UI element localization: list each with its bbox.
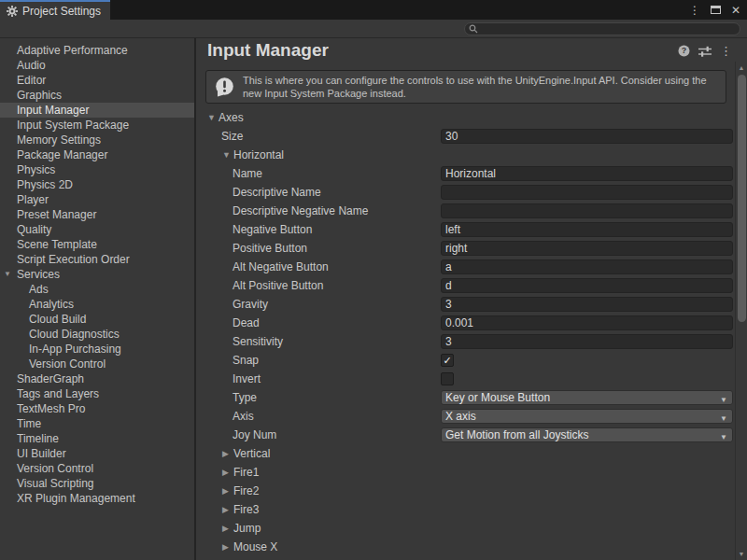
row-snap: Snap✓ xyxy=(198,351,735,370)
row-positive-button: Positive Buttonright xyxy=(198,239,735,258)
row-jump[interactable]: ▶Jump xyxy=(198,519,735,538)
window-menu-icon[interactable]: ⋮ xyxy=(689,5,700,16)
sidebar-item-label: Services xyxy=(17,268,60,281)
sidebar-item-adaptive-performance[interactable]: Adaptive Performance xyxy=(0,43,194,58)
row-axes[interactable]: ▼Axes xyxy=(198,108,735,127)
dropdown-axis[interactable]: X axis▼ xyxy=(441,409,733,424)
row-gravity: Gravity3 xyxy=(198,295,735,314)
sidebar-item-version-control[interactable]: Version Control xyxy=(0,357,194,371)
foldout-closed-icon[interactable]: ▶ xyxy=(222,449,229,458)
scrollbar-thumb[interactable] xyxy=(738,75,746,322)
foldout-closed-icon[interactable]: ▶ xyxy=(222,542,229,552)
text-field-name[interactable]: Horizontal xyxy=(441,166,733,181)
sidebar-item-memory-settings[interactable]: Memory Settings xyxy=(0,133,194,147)
text-field-dead[interactable]: 0.001 xyxy=(441,315,733,330)
sidebar-item-ads[interactable]: Ads xyxy=(0,282,194,297)
sidebar-item-label: Version Control xyxy=(29,357,106,371)
foldout-open-icon[interactable]: ▼ xyxy=(222,150,231,160)
sidebar-item-services[interactable]: ▼Services xyxy=(0,267,194,282)
dropdown-joy-num[interactable]: Get Motion from all Joysticks▼ xyxy=(441,427,733,442)
sidebar-item-input-system-package[interactable]: Input System Package xyxy=(0,118,194,133)
close-icon[interactable]: ✕ xyxy=(731,5,740,16)
text-field-size[interactable]: 30 xyxy=(441,129,733,144)
row-vertical[interactable]: ▶Vertical xyxy=(198,444,735,463)
sidebar-item-textmesh-pro[interactable]: TextMesh Pro xyxy=(0,401,194,416)
help-icon[interactable]: ? xyxy=(678,45,690,57)
row-mouse-x[interactable]: ▶Mouse X xyxy=(198,538,735,556)
sidebar-item-ui-builder[interactable]: UI Builder xyxy=(0,446,194,461)
text-field-negative-button[interactable]: left xyxy=(441,222,733,237)
field-label-positive-button: Positive Button xyxy=(233,242,307,255)
text-field-gravity[interactable]: 3 xyxy=(441,297,733,312)
foldout-closed-icon[interactable]: ▶ xyxy=(222,524,229,533)
sidebar-item-version-control[interactable]: Version Control xyxy=(0,461,194,476)
more-menu-icon[interactable]: ⋮ xyxy=(720,45,732,57)
sidebar-item-cloud-diagnostics[interactable]: Cloud Diagnostics xyxy=(0,327,194,342)
dropdown-type[interactable]: Key or Mouse Button▼ xyxy=(441,390,733,405)
tab-project-settings[interactable]: Project Settings xyxy=(0,0,110,20)
row-horizontal[interactable]: ▼Horizontal xyxy=(198,146,735,164)
sidebar-item-label: Cloud Diagnostics xyxy=(29,328,120,341)
sidebar-item-shadergraph[interactable]: ShaderGraph xyxy=(0,371,194,386)
warning-bubble-icon xyxy=(214,77,235,98)
sidebar-item-editor[interactable]: Editor xyxy=(0,73,194,88)
foldout-closed-icon[interactable]: ▶ xyxy=(222,505,229,514)
text-field-descriptive-name[interactable] xyxy=(441,185,733,200)
sidebar-item-audio[interactable]: Audio xyxy=(0,58,194,73)
sidebar-item-player[interactable]: Player xyxy=(0,192,194,207)
sidebar-item-xr-plugin-management[interactable]: XR Plugin Management xyxy=(0,491,194,506)
sidebar-item-preset-manager[interactable]: Preset Manager xyxy=(0,207,194,222)
foldout-closed-icon[interactable]: ▶ xyxy=(222,486,229,496)
field-label-alt-negative-button: Alt Negative Button xyxy=(233,260,329,273)
sidebar-item-scene-template[interactable]: Scene Template xyxy=(0,237,194,252)
sidebar-item-label: Player xyxy=(17,193,49,206)
sidebar-item-quality[interactable]: Quality xyxy=(0,222,194,237)
search-box[interactable] xyxy=(464,22,740,35)
sidebar-item-script-execution-order[interactable]: Script Execution Order xyxy=(0,252,194,267)
text-field-sensitivity[interactable]: 3 xyxy=(441,334,733,349)
checkbox-invert[interactable] xyxy=(441,372,454,385)
scroll-down-icon[interactable]: ▼ xyxy=(736,551,747,557)
scroll-up-icon[interactable]: ▲ xyxy=(736,64,747,71)
presets-icon[interactable] xyxy=(698,46,712,57)
row-fire1[interactable]: ▶Fire1 xyxy=(198,463,735,482)
checkbox-snap[interactable]: ✓ xyxy=(441,354,454,367)
sidebar-item-package-manager[interactable]: Package Manager xyxy=(0,147,194,162)
row-dead: Dead0.001 xyxy=(198,314,735,332)
row-fire3[interactable]: ▶Fire3 xyxy=(198,500,735,519)
sidebar-item-timeline[interactable]: Timeline xyxy=(0,431,194,446)
sidebar-item-graphics[interactable]: Graphics xyxy=(0,88,194,103)
text-field-alt-positive-button[interactable]: d xyxy=(441,278,733,293)
sidebar-item-cloud-build[interactable]: Cloud Build xyxy=(0,312,194,327)
sidebar-item-label: Input Manager xyxy=(17,104,89,117)
maximize-icon[interactable] xyxy=(711,6,721,14)
field-label-gravity: Gravity xyxy=(233,298,268,311)
foldout-open-icon[interactable]: ▼ xyxy=(207,113,216,122)
text-field-alt-negative-button[interactable]: a xyxy=(441,259,733,274)
foldout-closed-icon[interactable]: ▶ xyxy=(222,468,229,477)
text-field-descriptive-negative-name[interactable] xyxy=(441,203,733,218)
field-label-negative-button: Negative Button xyxy=(233,223,312,236)
row-fire2[interactable]: ▶Fire2 xyxy=(198,482,735,500)
field-label-vertical: Vertical xyxy=(233,447,270,460)
sidebar-item-label: ShaderGraph xyxy=(17,372,84,385)
field-label-alt-positive-button: Alt Positive Button xyxy=(233,279,323,292)
sidebar-item-physics-2d[interactable]: Physics 2D xyxy=(0,177,194,192)
sidebar-item-label: Editor xyxy=(17,74,46,87)
dropdown-value: Key or Mouse Button xyxy=(445,391,550,404)
field-label-type: Type xyxy=(233,391,257,404)
sidebar-item-analytics[interactable]: Analytics xyxy=(0,297,194,312)
row-alt-positive-button: Alt Positive Buttond xyxy=(198,276,735,295)
foldout-open-icon[interactable]: ▼ xyxy=(4,267,11,282)
row-descriptive-name: Descriptive Name xyxy=(198,183,735,202)
sidebar-item-label: Time xyxy=(17,417,41,430)
sidebar-item-visual-scripting[interactable]: Visual Scripting xyxy=(0,476,194,491)
sidebar-item-tags-and-layers[interactable]: Tags and Layers xyxy=(0,386,194,401)
text-field-positive-button[interactable]: right xyxy=(441,241,733,256)
sidebar-item-in-app-purchasing[interactable]: In-App Purchasing xyxy=(0,342,194,357)
sidebar-item-time[interactable]: Time xyxy=(0,416,194,431)
sidebar-item-input-manager[interactable]: Input Manager xyxy=(0,103,194,118)
search-input[interactable] xyxy=(481,23,736,35)
sidebar-item-physics[interactable]: Physics xyxy=(0,162,194,177)
sidebar-item-label: Ads xyxy=(29,283,49,296)
